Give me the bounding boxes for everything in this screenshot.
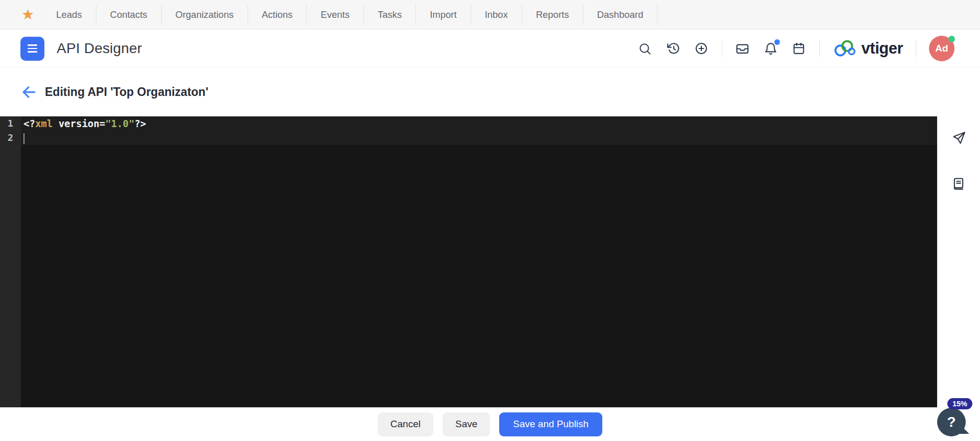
nav-item-dashboard[interactable]: Dashboard bbox=[583, 9, 657, 20]
help-progress-badge: 15% bbox=[947, 398, 972, 409]
code-line-2[interactable] bbox=[21, 131, 937, 145]
editor-code-area[interactable]: <?xml version="1.0"?> bbox=[21, 116, 937, 145]
help-widget: 15% ? bbox=[930, 398, 972, 438]
user-avatar[interactable]: Ad bbox=[929, 36, 954, 61]
vtiger-wordmark: vtiger bbox=[862, 39, 903, 58]
divider bbox=[722, 40, 722, 57]
nav-item-reports[interactable]: Reports bbox=[522, 9, 583, 20]
nav-item-import[interactable]: Import bbox=[416, 9, 470, 20]
screen: ★ Leads Contacts Organizations Actions E… bbox=[0, 0, 980, 441]
code-line-1[interactable]: <?xml version="1.0"?> bbox=[21, 116, 937, 131]
vtiger-logo-mark bbox=[832, 39, 858, 58]
page-title: Editing API 'Top Organizaton' bbox=[45, 85, 208, 99]
save-button[interactable]: Save bbox=[443, 412, 490, 436]
code-token: <? bbox=[23, 118, 35, 129]
nav-item-leads[interactable]: Leads bbox=[42, 9, 95, 20]
app-title: API Designer bbox=[57, 40, 142, 57]
favorites-star-icon[interactable]: ★ bbox=[21, 8, 34, 22]
send-test-icon[interactable] bbox=[951, 130, 966, 145]
header-actions: vtiger Ad bbox=[638, 36, 954, 61]
nav-item-contacts[interactable]: Contacts bbox=[96, 9, 161, 20]
inbox-tray-icon[interactable] bbox=[735, 41, 750, 56]
page-heading-row: Editing API 'Top Organizaton' bbox=[0, 67, 980, 116]
code-token: ?> bbox=[134, 118, 146, 129]
line-number: 2 bbox=[0, 131, 21, 145]
code-token: "1.0" bbox=[105, 118, 134, 129]
calendar-icon[interactable] bbox=[791, 41, 806, 56]
code-token: xml bbox=[35, 118, 53, 129]
divider bbox=[916, 40, 916, 57]
code-editor[interactable]: 1 2 <?xml version="1.0"?> bbox=[0, 116, 937, 407]
code-token: version= bbox=[53, 118, 105, 129]
text-cursor bbox=[23, 133, 24, 144]
divider bbox=[819, 40, 820, 57]
save-and-publish-button[interactable]: Save and Publish bbox=[499, 412, 602, 436]
nav-item-tasks[interactable]: Tasks bbox=[364, 9, 415, 20]
hamburger-menu-button[interactable] bbox=[20, 37, 44, 61]
notifications-bell-icon[interactable] bbox=[763, 41, 778, 56]
avatar-initials: Ad bbox=[935, 43, 948, 54]
notification-dot bbox=[774, 39, 780, 45]
nav-item-events[interactable]: Events bbox=[307, 9, 363, 20]
back-arrow-icon[interactable] bbox=[20, 84, 37, 100]
nav-item-inbox[interactable]: Inbox bbox=[471, 9, 522, 20]
editor-gutter: 1 2 bbox=[0, 116, 21, 407]
add-icon[interactable] bbox=[694, 41, 709, 56]
nav-item-actions[interactable]: Actions bbox=[248, 9, 307, 20]
vtiger-logo: vtiger bbox=[832, 39, 903, 58]
right-rail bbox=[937, 116, 980, 407]
line-number: 1 bbox=[0, 116, 21, 131]
divider bbox=[657, 4, 657, 26]
nav-item-organizations[interactable]: Organizations bbox=[162, 9, 248, 20]
footer-actions: Cancel Save Save and Publish bbox=[0, 407, 980, 441]
documentation-book-icon[interactable] bbox=[951, 176, 966, 191]
help-button[interactable]: ? bbox=[937, 408, 966, 436]
presence-dot bbox=[948, 36, 955, 42]
cancel-button[interactable]: Cancel bbox=[378, 412, 433, 436]
app-header: API Designer bbox=[0, 30, 980, 67]
search-icon[interactable] bbox=[638, 41, 653, 56]
top-nav: ★ Leads Contacts Organizations Actions E… bbox=[0, 0, 980, 30]
nav-items: Leads Contacts Organizations Actions Eve… bbox=[42, 0, 657, 29]
history-icon[interactable] bbox=[666, 41, 681, 56]
